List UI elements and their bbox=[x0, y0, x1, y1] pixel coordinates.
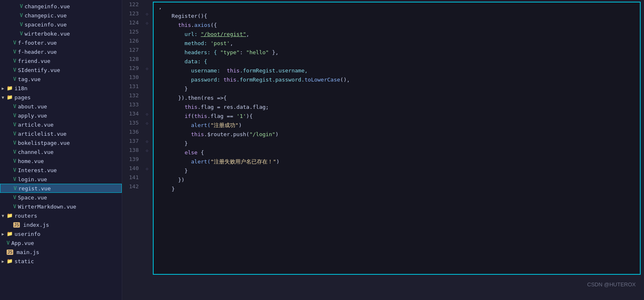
code-line-132: }).then(res =>{ bbox=[154, 94, 640, 103]
vue-file-icon: V bbox=[13, 194, 16, 200]
file-tree: Vchangeinfo.vue Vchangepic.vue Vspaceinf… bbox=[0, 0, 122, 300]
token: axios bbox=[194, 21, 210, 30]
line-number-122: 122 bbox=[122, 0, 139, 9]
code-line-123: Register(){ bbox=[154, 12, 640, 21]
vue-file-icon: V bbox=[13, 149, 16, 155]
token bbox=[159, 130, 191, 139]
token: : bbox=[240, 48, 246, 57]
folder-arrow-icon: ▶ bbox=[2, 232, 7, 236]
code-line-133: this.flag = res.data.flag; bbox=[154, 103, 640, 112]
vue-file-icon: V bbox=[7, 240, 10, 246]
token: method: bbox=[159, 39, 210, 48]
sidebar-item-SIdentify[interactable]: VSIdentify.vue bbox=[0, 65, 122, 74]
sidebar-item-login[interactable]: Vlogin.vue bbox=[0, 175, 122, 184]
token: "type" bbox=[220, 48, 240, 57]
gutter-line-136 bbox=[143, 127, 151, 137]
sidebar-item-main-js[interactable]: JSmain.js bbox=[0, 247, 122, 257]
sidebar-item-routers[interactable]: ▼📁routers bbox=[0, 211, 122, 220]
sidebar-item-articlelist[interactable]: Varticlelist.vue bbox=[0, 129, 122, 138]
sidebar-item-App[interactable]: VApp.vue bbox=[0, 238, 122, 247]
line-number-136: 136 bbox=[122, 127, 139, 137]
code-line-137: } bbox=[154, 139, 640, 148]
sidebar-item-WirterMarkdown[interactable]: VWirterMarkdown.vue bbox=[0, 202, 122, 211]
sidebar-item-bokelistpage[interactable]: Vbokelistpage.vue bbox=[0, 138, 122, 147]
code-line-141: }) bbox=[154, 175, 640, 185]
sidebar-item-spaceinfo[interactable]: Vspaceinfo.vue bbox=[0, 20, 122, 29]
sidebar-item-Interest[interactable]: VInterest.vue bbox=[0, 166, 122, 175]
folder-icon: 📁 bbox=[7, 94, 13, 100]
line-number-132: 132 bbox=[122, 91, 139, 100]
line-number-137: 137 bbox=[122, 137, 139, 146]
code-box: , Register(){ this.axios({ url: "/boot/r… bbox=[153, 2, 641, 275]
sidebar-item-channel[interactable]: Vchannel.vue bbox=[0, 147, 122, 156]
token: } bbox=[159, 84, 188, 94]
sidebar-item-index-js[interactable]: JSindex.js bbox=[0, 220, 122, 229]
gutter-line-126 bbox=[143, 36, 151, 46]
token: username: bbox=[159, 66, 227, 75]
line-number-138: 138 bbox=[122, 146, 139, 155]
gutter-line-127 bbox=[143, 46, 151, 55]
sidebar-item-regist[interactable]: Vregist.vue bbox=[0, 184, 122, 193]
token: }).then(res =>{ bbox=[159, 94, 227, 103]
folder-arrow-icon: ▼ bbox=[2, 95, 7, 100]
sidebar-item-i18n[interactable]: ▶📁i18n bbox=[0, 84, 122, 93]
sidebar-item-Space[interactable]: VSpace.vue bbox=[0, 193, 122, 202]
line-number-124: 124 bbox=[122, 18, 139, 27]
sidebar-item-f-footer[interactable]: Vf-footer.vue bbox=[0, 38, 122, 47]
folder-icon: 📁 bbox=[7, 231, 13, 237]
token: (), bbox=[340, 75, 350, 84]
token: else bbox=[185, 148, 198, 157]
code-line-127: headers: { "type": "hello" }, bbox=[154, 48, 640, 57]
code-line-140: } bbox=[154, 166, 640, 175]
line-number-125: 125 bbox=[122, 27, 139, 36]
line-number-131: 131 bbox=[122, 82, 139, 91]
gutter-col: ◇◇◇◇◇◇◇◇ bbox=[143, 0, 151, 300]
sidebar-item-article[interactable]: Varticle.vue bbox=[0, 120, 122, 129]
code-line-131: } bbox=[154, 84, 640, 94]
sidebar-item-pages[interactable]: ▼📁pages bbox=[0, 93, 122, 102]
token: ) bbox=[276, 157, 280, 166]
code-line-122: , bbox=[154, 2, 640, 12]
token: }) bbox=[159, 175, 185, 185]
gutter-line-125 bbox=[143, 27, 151, 36]
token: "注册失败用户名已存在！" bbox=[210, 157, 276, 166]
token: .flag == bbox=[207, 112, 236, 121]
sidebar-item-apply[interactable]: Vapply.vue bbox=[0, 111, 122, 120]
gutter-line-140: ◇ bbox=[143, 164, 151, 173]
token: Register(){ bbox=[159, 12, 207, 21]
sidebar-item-static[interactable]: ▶📁static bbox=[0, 257, 122, 266]
gutter-line-135: ◇ bbox=[143, 118, 151, 127]
folder-icon: 📁 bbox=[7, 258, 13, 264]
code-line-125: url: "/boot/regist", bbox=[154, 30, 640, 39]
sidebar-item-userinfo[interactable]: ▶📁userinfo bbox=[0, 229, 122, 238]
sidebar-item-tag[interactable]: Vtag.vue bbox=[0, 74, 122, 84]
sidebar-item-changeinfo[interactable]: Vchangeinfo.vue bbox=[0, 2, 122, 11]
sidebar-item-f-header[interactable]: Vf-header.vue bbox=[0, 47, 122, 56]
token: .formRegist.password. bbox=[236, 75, 304, 84]
gutter-line-130 bbox=[143, 73, 151, 82]
gutter-line-142 bbox=[143, 182, 151, 191]
sidebar-item-friend[interactable]: Vfriend.vue bbox=[0, 56, 122, 65]
sidebar-item-changepic[interactable]: Vchangepic.vue bbox=[0, 11, 122, 20]
code-line-142: } bbox=[154, 185, 640, 194]
token: "注册成功" bbox=[210, 121, 239, 130]
line-number-129: 129 bbox=[122, 64, 139, 73]
sidebar-item-about[interactable]: Vabout.vue bbox=[0, 102, 122, 111]
token bbox=[159, 103, 185, 112]
folder-arrow-icon: ▼ bbox=[2, 214, 7, 218]
vue-file-icon: V bbox=[13, 122, 16, 127]
line-number-142: 142 bbox=[122, 182, 139, 191]
token bbox=[159, 21, 178, 30]
gutter-line-133 bbox=[143, 100, 151, 109]
code-line-128: data: { bbox=[154, 57, 640, 66]
token: 'post' bbox=[210, 39, 230, 48]
sidebar-item-home[interactable]: Vhome.vue bbox=[0, 156, 122, 166]
line-number-130: 130 bbox=[122, 73, 139, 82]
gutter-line-132 bbox=[143, 91, 151, 100]
watermark: CSDN @HUTEROX bbox=[587, 281, 636, 288]
vue-file-icon: V bbox=[13, 131, 16, 137]
token: ) bbox=[275, 130, 279, 139]
token: this bbox=[224, 75, 236, 84]
sidebar-item-wirterboke[interactable]: Vwirterboke.vue bbox=[0, 29, 122, 38]
token: ( bbox=[191, 112, 194, 121]
